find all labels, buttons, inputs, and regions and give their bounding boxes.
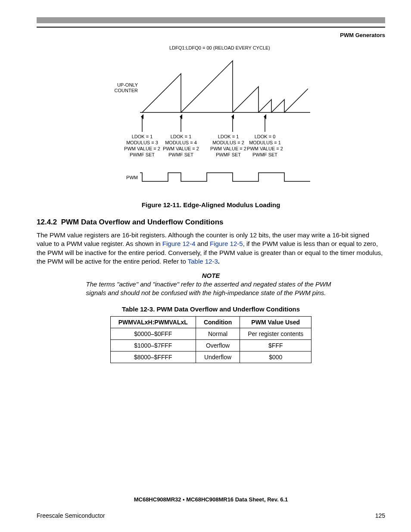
table-row: $8000–$FFFF Underflow $000 bbox=[110, 351, 311, 363]
svg-text:MODULUS = 3: MODULUS = 3 bbox=[126, 140, 158, 145]
section-title: PWM Data Overflow and Underflow Conditio… bbox=[61, 218, 224, 226]
svg-text:PWM VALUE = 2: PWM VALUE = 2 bbox=[163, 146, 199, 151]
note-body: The terms "active" and "inactive" refer … bbox=[86, 280, 336, 298]
svg-text:LDOK = 1: LDOK = 1 bbox=[170, 134, 191, 139]
table-cell: $FFF bbox=[240, 339, 311, 351]
para-end-period: . bbox=[218, 258, 220, 265]
footer-docline: MC68HC908MR32 • MC68HC908MR16 Data Sheet… bbox=[37, 496, 385, 503]
table-header-col2: Condition bbox=[196, 316, 240, 328]
footer-left: Freescale Semiconductor bbox=[37, 512, 105, 519]
svg-text:PWMF SET: PWMF SET bbox=[168, 152, 193, 157]
cycle-labels-1: LDOK = 1 MODULUS = 3 PWM VALUE = 2 PWMF … bbox=[124, 134, 160, 157]
table-cell: Per register contents bbox=[240, 328, 311, 339]
table-cell: $8000–$FFFF bbox=[110, 351, 196, 363]
sawtooth-waveform bbox=[140, 61, 310, 112]
svg-text:MODULUS = 2: MODULUS = 2 bbox=[212, 140, 244, 145]
pwm-waveform bbox=[140, 173, 310, 181]
section-number: 12.4.2 bbox=[37, 218, 57, 226]
page-footer: MC68HC908MR32 • MC68HC908MR16 Data Sheet… bbox=[37, 496, 385, 519]
section-paragraph: The PWM value registers are 16-bit regis… bbox=[37, 231, 385, 266]
xref-figure-12-5[interactable]: Figure 12-5 bbox=[210, 240, 243, 247]
table-cell: Underflow bbox=[196, 351, 240, 363]
running-head: PWM Generators bbox=[37, 32, 385, 38]
svg-text:PWM VALUE = 2: PWM VALUE = 2 bbox=[124, 146, 160, 151]
note-heading: NOTE bbox=[37, 272, 385, 279]
svg-text:PWM VALUE = 2: PWM VALUE = 2 bbox=[210, 146, 246, 151]
svg-text:PWMF SET: PWMF SET bbox=[252, 152, 277, 157]
top-rule-thick bbox=[37, 17, 385, 23]
svg-text:PWMF SET: PWMF SET bbox=[129, 152, 154, 157]
table-row: $1000–$7FFF Overflow $FFF bbox=[110, 339, 311, 351]
table-cell: Normal bbox=[196, 328, 240, 339]
section-heading: 12.4.2 PWM Data Overflow and Underflow C… bbox=[37, 218, 385, 227]
table-caption: Table 12-3. PWM Data Overflow and Underf… bbox=[37, 305, 385, 313]
arrows bbox=[142, 117, 265, 132]
table-cell: $1000–$7FFF bbox=[110, 339, 196, 351]
figure-caption: Figure 12-11. Edge-Aligned Modulus Loadi… bbox=[37, 201, 385, 208]
table-cell: $0000–$0FFF bbox=[110, 328, 196, 339]
svg-text:LDOK = 0: LDOK = 0 bbox=[254, 134, 275, 139]
figure-12-11: LDFQ1:LDFQ0 = 00 (RELOAD EVERY CYCLE) bbox=[37, 44, 385, 208]
table-cell: Overflow bbox=[196, 339, 240, 351]
svg-text:MODULUS = 4: MODULUS = 4 bbox=[165, 140, 197, 145]
figure-top-label: LDFQ1:LDFQ0 = 00 (RELOAD EVERY CYCLE) bbox=[169, 45, 270, 50]
top-rule-thin bbox=[37, 27, 385, 28]
table-header-col1: PWMVALxH:PWMVALxL bbox=[110, 316, 196, 328]
footer-page-number: 125 bbox=[375, 512, 385, 519]
svg-text:MODULUS = 1: MODULUS = 1 bbox=[249, 140, 281, 145]
svg-text:PWM VALUE = 2: PWM VALUE = 2 bbox=[247, 146, 283, 151]
cycle-labels-3: LDOK = 1 MODULUS = 2 PWM VALUE = 2 PWMF … bbox=[210, 134, 246, 157]
svg-text:LDOK = 1: LDOK = 1 bbox=[131, 134, 153, 139]
table-header-row: PWMVALxH:PWMVALxL Condition PWM Value Us… bbox=[110, 316, 311, 328]
xref-table-12-3[interactable]: Table 12-3 bbox=[188, 258, 218, 265]
cycle-labels-4: LDOK = 0 MODULUS = 1 PWM VALUE = 2 PWMF … bbox=[247, 134, 283, 157]
counter-label-line2: COUNTER bbox=[114, 88, 137, 93]
table-cell: $000 bbox=[240, 351, 311, 363]
edge-aligned-modulus-loading-diagram: LDFQ1:LDFQ0 = 00 (RELOAD EVERY CYCLE) bbox=[90, 44, 332, 199]
xref-figure-12-4[interactable]: Figure 12-4 bbox=[162, 240, 196, 247]
table-12-3: PWMVALxH:PWMVALxL Condition PWM Value Us… bbox=[110, 316, 312, 363]
table-row: $0000–$0FFF Normal Per register contents bbox=[110, 328, 311, 339]
svg-text:PWMF SET: PWMF SET bbox=[215, 152, 240, 157]
page: PWM Generators LDFQ1:LDFQ0 = 00 (RELOAD … bbox=[0, 0, 411, 532]
counter-label-line1: UP-ONLY bbox=[117, 82, 138, 87]
cycle-labels-2: LDOK = 1 MODULUS = 4 PWM VALUE = 2 PWMF … bbox=[163, 134, 199, 157]
table-header-col3: PWM Value Used bbox=[240, 316, 311, 328]
pwm-label: PWM bbox=[126, 175, 138, 180]
svg-text:LDOK = 1: LDOK = 1 bbox=[218, 134, 239, 139]
para-text-2: and bbox=[196, 240, 210, 247]
